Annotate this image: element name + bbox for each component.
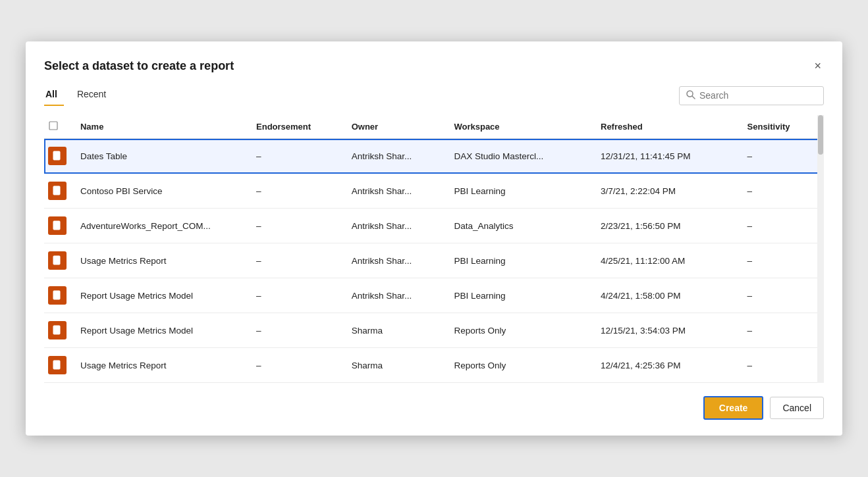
tabs-search-row: All Recent: [26, 74, 842, 106]
dialog-title: Select a dataset to create a report: [44, 59, 234, 73]
row-workspace: PBI Learning: [450, 243, 597, 278]
row-name: AdventureWorks_Report_COM...: [76, 209, 252, 243]
row-owner: Antriksh Shar...: [348, 174, 450, 209]
col-header-name: Name: [76, 115, 252, 139]
close-button[interactable]: ×: [811, 57, 824, 74]
row-sensitivity: –: [744, 174, 824, 209]
row-endorsement: –: [252, 243, 348, 278]
dataset-select-dialog: Select a dataset to create a report × Al…: [26, 41, 842, 436]
row-endorsement: –: [252, 278, 348, 313]
row-icon-cell: [44, 348, 76, 383]
row-icon-cell: [44, 278, 76, 313]
row-owner: Antriksh Shar...: [348, 243, 450, 278]
search-box: [679, 86, 824, 105]
row-refreshed: 3/7/21, 2:22:04 PM: [597, 174, 744, 209]
table-row[interactable]: Report Usage Metrics Model–Antriksh Shar…: [44, 278, 824, 313]
row-sensitivity: –: [744, 278, 824, 313]
row-icon-cell: [44, 313, 76, 348]
svg-line-1: [692, 96, 695, 99]
row-owner: Antriksh Shar...: [348, 139, 450, 174]
table-area: Name Endorsement Owner Workspace Refresh…: [26, 106, 842, 383]
row-icon-cell: [44, 139, 76, 174]
row-sensitivity: –: [744, 209, 824, 243]
row-workspace: DAX Studio Mastercl...: [450, 139, 597, 174]
dialog-footer: Create Cancel: [26, 383, 842, 436]
table-wrapper: Name Endorsement Owner Workspace Refresh…: [44, 115, 824, 383]
cancel-button[interactable]: Cancel: [770, 397, 824, 419]
row-owner: Sharma: [348, 313, 450, 348]
col-header-owner: Owner: [348, 115, 450, 139]
row-sensitivity: –: [744, 313, 824, 348]
row-icon-cell: [44, 209, 76, 243]
row-endorsement: –: [252, 174, 348, 209]
row-endorsement: –: [252, 348, 348, 383]
row-endorsement: –: [252, 313, 348, 348]
row-endorsement: –: [252, 139, 348, 174]
row-name: Dates Table: [76, 139, 252, 174]
dataset-icon: [48, 286, 67, 305]
row-name: Usage Metrics Report: [76, 348, 252, 383]
tabs: All Recent: [44, 85, 124, 106]
row-name: Report Usage Metrics Model: [76, 313, 252, 348]
row-workspace: Data_Analytics: [450, 209, 597, 243]
row-refreshed: 4/25/21, 11:12:00 AM: [597, 243, 744, 278]
row-sensitivity: –: [744, 348, 824, 383]
dialog-header: Select a dataset to create a report ×: [26, 41, 842, 74]
row-workspace: Reports Only: [450, 348, 597, 383]
col-header-workspace: Workspace: [450, 115, 597, 139]
dataset-icon: [48, 147, 67, 165]
row-owner: Sharma: [348, 348, 450, 383]
row-icon-cell: [44, 174, 76, 209]
row-refreshed: 12/31/21, 11:41:45 PM: [597, 139, 744, 174]
row-refreshed: 12/15/21, 3:54:03 PM: [597, 313, 744, 348]
row-name: Contoso PBI Service: [76, 174, 252, 209]
tab-recent[interactable]: Recent: [76, 85, 113, 106]
row-refreshed: 12/4/21, 4:25:36 PM: [597, 348, 744, 383]
row-refreshed: 4/24/21, 1:58:00 PM: [597, 278, 744, 313]
row-endorsement: –: [252, 209, 348, 243]
col-header-refreshed: Refreshed: [597, 115, 744, 139]
dataset-icon: [48, 182, 67, 200]
dataset-icon: [48, 251, 67, 270]
svg-rect-2: [49, 122, 57, 130]
tab-all[interactable]: All: [44, 85, 64, 106]
table-row[interactable]: Usage Metrics Report–Antriksh Shar...PBI…: [44, 243, 824, 278]
row-workspace: PBI Learning: [450, 278, 597, 313]
row-name: Report Usage Metrics Model: [76, 278, 252, 313]
search-icon: [686, 90, 695, 101]
row-sensitivity: –: [744, 243, 824, 278]
dataset-icon: [48, 321, 67, 339]
search-input[interactable]: [699, 90, 817, 101]
scrollbar-thumb[interactable]: [818, 115, 823, 155]
dataset-icon: [48, 356, 67, 374]
create-button[interactable]: Create: [703, 396, 764, 420]
col-header-endorsement: Endorsement: [252, 115, 348, 139]
row-owner: Antriksh Shar...: [348, 278, 450, 313]
row-icon-cell: [44, 243, 76, 278]
row-workspace: PBI Learning: [450, 174, 597, 209]
scrollbar-track[interactable]: [817, 115, 824, 383]
col-header-sensitivity: Sensitivity: [744, 115, 824, 139]
table-row[interactable]: Contoso PBI Service–Antriksh Shar...PBI …: [44, 174, 824, 209]
row-owner: Antriksh Shar...: [348, 209, 450, 243]
dataset-table: Name Endorsement Owner Workspace Refresh…: [44, 115, 824, 383]
table-row[interactable]: AdventureWorks_Report_COM...–Antriksh Sh…: [44, 209, 824, 243]
table-row[interactable]: Dates Table–Antriksh Shar...DAX Studio M…: [44, 139, 824, 174]
row-workspace: Reports Only: [450, 313, 597, 348]
row-name: Usage Metrics Report: [76, 243, 252, 278]
row-refreshed: 2/23/21, 1:56:50 PM: [597, 209, 744, 243]
table-row[interactable]: Report Usage Metrics Model–SharmaReports…: [44, 313, 824, 348]
col-header-icon: [44, 115, 76, 139]
row-sensitivity: –: [744, 139, 824, 174]
table-row[interactable]: Usage Metrics Report–SharmaReports Only1…: [44, 348, 824, 383]
dataset-icon: [48, 216, 67, 235]
